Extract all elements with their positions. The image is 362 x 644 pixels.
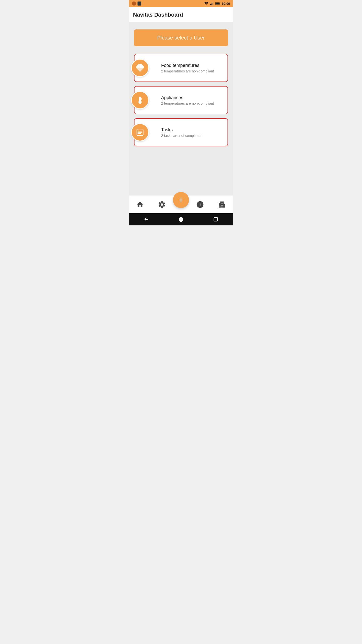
recents-square-icon — [213, 217, 218, 222]
notification-icon — [132, 2, 136, 6]
tasks-icon-wrapper — [131, 123, 149, 141]
svg-rect-3 — [213, 2, 213, 5]
nav-add-fab[interactable] — [173, 192, 189, 208]
svg-point-8 — [138, 66, 139, 67]
signal-icon — [210, 2, 214, 5]
gear-icon — [158, 200, 166, 209]
nav-building[interactable] — [211, 200, 233, 209]
food-temperatures-subtitle: 2 temperatures are non-compliant — [161, 69, 223, 73]
svg-point-13 — [141, 99, 142, 100]
status-left-icons — [132, 2, 141, 6]
food-temperatures-card[interactable]: Food temperatures 2 temperatures are non… — [134, 54, 228, 82]
back-arrow-icon — [144, 217, 149, 222]
tasks-text: Tasks 2 tasks are not completed — [161, 127, 223, 138]
svg-point-12 — [141, 98, 142, 99]
food-temperatures-title: Food temperatures — [161, 63, 223, 68]
tasks-card[interactable]: Tasks 2 tasks are not completed — [134, 118, 228, 146]
svg-point-7 — [141, 65, 142, 67]
tasks-icon — [135, 128, 145, 137]
pizza-icon — [135, 63, 145, 73]
appliances-text: Appliances 2 temperatures are non-compli… — [161, 95, 223, 105]
tasks-subtitle: 2 tasks are not completed — [161, 134, 223, 138]
svg-point-21 — [179, 217, 183, 222]
svg-rect-0 — [210, 4, 211, 5]
svg-rect-1 — [211, 4, 211, 5]
tasks-title: Tasks — [161, 127, 223, 133]
recents-button[interactable] — [213, 217, 218, 222]
home-icon — [136, 200, 144, 209]
svg-point-10 — [139, 101, 142, 104]
plus-icon — [177, 196, 185, 204]
status-right-icons: 10:09 — [204, 2, 230, 6]
svg-rect-22 — [214, 218, 218, 221]
svg-rect-5 — [219, 3, 220, 4]
select-user-button[interactable]: Please select a User — [134, 29, 228, 46]
food-temperatures-text: Food temperatures 2 temperatures are non… — [161, 63, 223, 73]
back-button[interactable] — [144, 217, 149, 222]
svg-rect-11 — [140, 97, 140, 101]
battery-icon — [215, 2, 220, 5]
time-display: 10:09 — [222, 2, 230, 6]
thermometer-icon — [135, 95, 145, 105]
appliances-card[interactable]: Appliances 2 temperatures are non-compli… — [134, 86, 228, 114]
svg-point-19 — [138, 132, 139, 133]
info-icon — [196, 200, 204, 209]
svg-rect-2 — [212, 3, 212, 5]
appliances-title: Appliances — [161, 95, 223, 100]
main-content: Please select a User Food temperatures 2… — [129, 22, 233, 195]
svg-point-20 — [138, 133, 139, 134]
svg-rect-6 — [215, 3, 219, 4]
nav-info[interactable] — [189, 200, 211, 209]
cards-container: Food temperatures 2 temperatures are non… — [134, 54, 228, 146]
app-header: Navitas Dashboard — [129, 7, 233, 22]
sd-card-icon — [138, 2, 141, 6]
nav-home[interactable] — [129, 200, 151, 209]
status-bar: 10:09 — [129, 0, 233, 7]
appliances-icon-wrapper — [131, 91, 149, 109]
wifi-icon — [204, 2, 209, 5]
android-home-button[interactable] — [178, 217, 184, 222]
svg-point-18 — [138, 131, 139, 132]
nav-settings[interactable] — [151, 200, 173, 209]
page-title: Navitas Dashboard — [133, 12, 229, 18]
bottom-nav — [129, 195, 233, 213]
android-nav-bar — [129, 213, 233, 225]
appliances-subtitle: 2 temperatures are non-compliant — [161, 101, 223, 105]
food-temperatures-icon-wrapper — [131, 59, 149, 77]
android-home-circle-icon — [178, 217, 184, 222]
building-icon — [218, 200, 226, 209]
